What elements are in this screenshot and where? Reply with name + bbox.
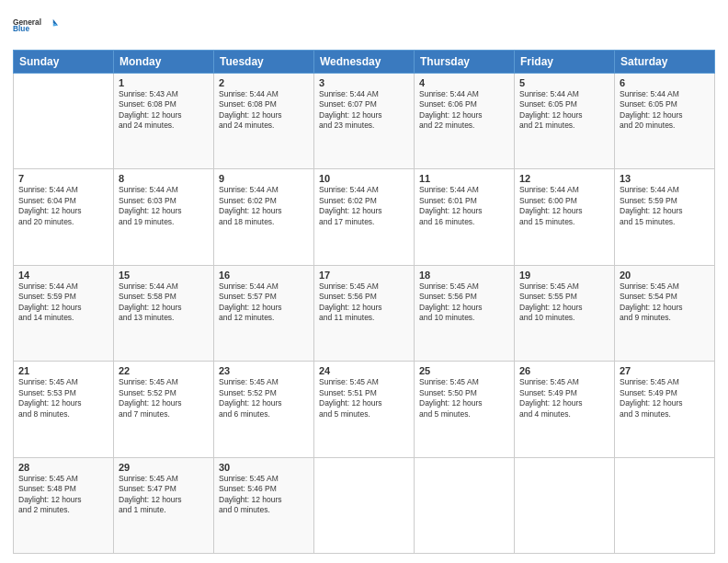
day-cell: 6Sunrise: 5:44 AM Sunset: 6:05 PM Daylig…	[615, 74, 715, 169]
day-info: Sunrise: 5:45 AM Sunset: 5:48 PM Dayligh…	[18, 474, 108, 516]
day-cell: 7Sunrise: 5:44 AM Sunset: 6:04 PM Daylig…	[14, 169, 114, 265]
day-cell: 22Sunrise: 5:45 AM Sunset: 5:52 PM Dayli…	[114, 362, 214, 457]
day-number: 13	[620, 173, 710, 184]
day-number: 7	[18, 173, 108, 184]
week-row-1: 1Sunrise: 5:43 AM Sunset: 6:08 PM Daylig…	[14, 74, 715, 169]
day-cell: 10Sunrise: 5:44 AM Sunset: 6:02 PM Dayli…	[314, 169, 415, 265]
day-info: Sunrise: 5:44 AM Sunset: 6:08 PM Dayligh…	[219, 89, 309, 132]
day-number: 26	[519, 365, 609, 376]
day-number: 3	[319, 77, 409, 88]
day-number: 1	[119, 77, 209, 88]
day-info: Sunrise: 5:45 AM Sunset: 5:53 PM Dayligh…	[18, 377, 108, 419]
svg-text:Blue: Blue	[13, 24, 29, 33]
day-info: Sunrise: 5:44 AM Sunset: 6:07 PM Dayligh…	[319, 89, 409, 132]
day-cell: 14Sunrise: 5:44 AM Sunset: 5:59 PM Dayli…	[14, 265, 114, 361]
day-cell: 27Sunrise: 5:45 AM Sunset: 5:49 PM Dayli…	[615, 362, 715, 457]
day-info: Sunrise: 5:44 AM Sunset: 6:03 PM Dayligh…	[119, 185, 209, 227]
day-cell: 17Sunrise: 5:45 AM Sunset: 5:56 PM Dayli…	[314, 265, 415, 361]
weekday-header-monday: Monday	[114, 51, 214, 74]
day-info: Sunrise: 5:45 AM Sunset: 5:55 PM Dayligh…	[519, 282, 609, 324]
day-cell: 21Sunrise: 5:45 AM Sunset: 5:53 PM Dayli…	[14, 362, 114, 457]
day-number: 19	[519, 270, 609, 281]
day-info: Sunrise: 5:44 AM Sunset: 6:06 PM Dayligh…	[419, 89, 509, 132]
day-number: 24	[319, 365, 409, 376]
day-number: 8	[119, 173, 209, 184]
day-info: Sunrise: 5:45 AM Sunset: 5:47 PM Dayligh…	[119, 474, 209, 516]
day-cell: 12Sunrise: 5:44 AM Sunset: 6:00 PM Dayli…	[515, 169, 615, 265]
day-cell: 5Sunrise: 5:44 AM Sunset: 6:05 PM Daylig…	[515, 74, 615, 169]
day-info: Sunrise: 5:43 AM Sunset: 6:08 PM Dayligh…	[119, 89, 209, 132]
day-number: 21	[18, 365, 108, 376]
day-cell: 8Sunrise: 5:44 AM Sunset: 6:03 PM Daylig…	[114, 169, 214, 265]
calendar-table: SundayMondayTuesdayWednesdayThursdayFrid…	[13, 50, 715, 554]
day-number: 27	[620, 365, 710, 376]
day-info: Sunrise: 5:44 AM Sunset: 5:59 PM Dayligh…	[620, 185, 710, 227]
day-info: Sunrise: 5:44 AM Sunset: 6:02 PM Dayligh…	[319, 185, 409, 227]
weekday-header-wednesday: Wednesday	[314, 51, 415, 74]
day-info: Sunrise: 5:44 AM Sunset: 6:01 PM Dayligh…	[419, 185, 509, 227]
day-info: Sunrise: 5:44 AM Sunset: 5:58 PM Dayligh…	[119, 282, 209, 324]
day-number: 30	[219, 462, 309, 473]
day-info: Sunrise: 5:45 AM Sunset: 5:46 PM Dayligh…	[219, 474, 309, 516]
day-number: 14	[18, 270, 108, 281]
day-info: Sunrise: 5:44 AM Sunset: 6:00 PM Dayligh…	[519, 185, 609, 227]
day-info: Sunrise: 5:45 AM Sunset: 5:49 PM Dayligh…	[620, 377, 710, 419]
day-number: 25	[419, 365, 509, 376]
day-number: 18	[419, 270, 509, 281]
day-number: 16	[219, 270, 309, 281]
day-number: 20	[620, 270, 710, 281]
day-number: 10	[319, 173, 409, 184]
day-cell: 20Sunrise: 5:45 AM Sunset: 5:54 PM Dayli…	[615, 265, 715, 361]
day-number: 22	[119, 365, 209, 376]
page: General Blue SundayMondayTuesdayWednesda…	[0, 0, 728, 563]
day-cell: 3Sunrise: 5:44 AM Sunset: 6:07 PM Daylig…	[314, 74, 415, 169]
weekday-header-tuesday: Tuesday	[214, 51, 314, 74]
day-cell: 24Sunrise: 5:45 AM Sunset: 5:51 PM Dayli…	[314, 362, 415, 457]
day-cell	[615, 457, 715, 553]
day-number: 5	[519, 77, 609, 88]
weekday-header-saturday: Saturday	[615, 51, 715, 74]
week-row-5: 28Sunrise: 5:45 AM Sunset: 5:48 PM Dayli…	[14, 457, 715, 553]
day-cell: 26Sunrise: 5:45 AM Sunset: 5:49 PM Dayli…	[515, 362, 615, 457]
week-row-4: 21Sunrise: 5:45 AM Sunset: 5:53 PM Dayli…	[14, 362, 715, 457]
day-number: 11	[419, 173, 509, 184]
day-info: Sunrise: 5:45 AM Sunset: 5:56 PM Dayligh…	[419, 282, 509, 324]
day-info: Sunrise: 5:45 AM Sunset: 5:50 PM Dayligh…	[419, 377, 509, 419]
day-number: 28	[18, 462, 108, 473]
day-cell: 1Sunrise: 5:43 AM Sunset: 6:08 PM Daylig…	[114, 74, 214, 169]
logo-icon: General Blue	[13, 9, 59, 44]
day-info: Sunrise: 5:44 AM Sunset: 6:05 PM Dayligh…	[620, 89, 710, 132]
day-number: 29	[119, 462, 209, 473]
day-info: Sunrise: 5:44 AM Sunset: 5:57 PM Dayligh…	[219, 282, 309, 324]
day-cell: 29Sunrise: 5:45 AM Sunset: 5:47 PM Dayli…	[114, 457, 214, 553]
day-cell	[515, 457, 615, 553]
logo: General Blue	[13, 9, 59, 44]
day-cell: 30Sunrise: 5:45 AM Sunset: 5:46 PM Dayli…	[214, 457, 314, 553]
week-row-3: 14Sunrise: 5:44 AM Sunset: 5:59 PM Dayli…	[14, 265, 715, 361]
day-cell: 9Sunrise: 5:44 AM Sunset: 6:02 PM Daylig…	[214, 169, 314, 265]
day-info: Sunrise: 5:45 AM Sunset: 5:51 PM Dayligh…	[319, 377, 409, 419]
day-cell: 23Sunrise: 5:45 AM Sunset: 5:52 PM Dayli…	[214, 362, 314, 457]
day-cell: 25Sunrise: 5:45 AM Sunset: 5:50 PM Dayli…	[415, 362, 515, 457]
day-info: Sunrise: 5:45 AM Sunset: 5:52 PM Dayligh…	[119, 377, 209, 419]
day-cell	[415, 457, 515, 553]
day-info: Sunrise: 5:45 AM Sunset: 5:54 PM Dayligh…	[620, 282, 710, 324]
weekday-header-thursday: Thursday	[415, 51, 515, 74]
weekday-header-row: SundayMondayTuesdayWednesdayThursdayFrid…	[14, 51, 715, 74]
day-number: 17	[319, 270, 409, 281]
day-number: 9	[219, 173, 309, 184]
day-info: Sunrise: 5:44 AM Sunset: 5:59 PM Dayligh…	[18, 282, 108, 324]
header: General Blue	[13, 9, 715, 44]
day-cell: 2Sunrise: 5:44 AM Sunset: 6:08 PM Daylig…	[214, 74, 314, 169]
day-number: 12	[519, 173, 609, 184]
day-number: 15	[119, 270, 209, 281]
day-cell: 19Sunrise: 5:45 AM Sunset: 5:55 PM Dayli…	[515, 265, 615, 361]
day-cell	[314, 457, 415, 553]
day-info: Sunrise: 5:44 AM Sunset: 6:02 PM Dayligh…	[219, 185, 309, 227]
day-number: 2	[219, 77, 309, 88]
day-cell: 4Sunrise: 5:44 AM Sunset: 6:06 PM Daylig…	[415, 74, 515, 169]
day-cell: 16Sunrise: 5:44 AM Sunset: 5:57 PM Dayli…	[214, 265, 314, 361]
day-info: Sunrise: 5:45 AM Sunset: 5:49 PM Dayligh…	[519, 377, 609, 419]
day-cell	[14, 74, 114, 169]
day-number: 23	[219, 365, 309, 376]
